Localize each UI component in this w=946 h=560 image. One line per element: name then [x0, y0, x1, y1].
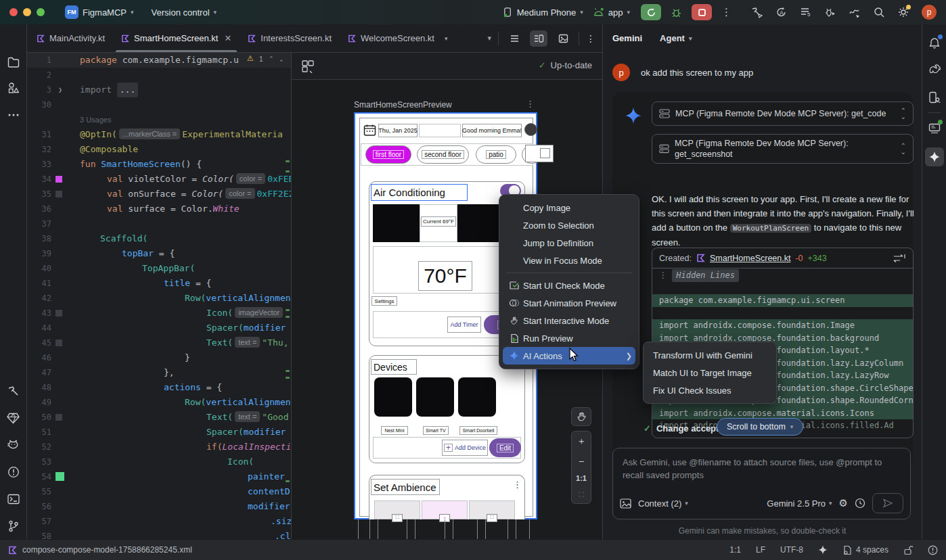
scroll-to-bottom-button[interactable]: Scroll to bottom▾ [717, 418, 803, 436]
preview-options-menu[interactable]: ⋮ [526, 99, 535, 109]
profile-avatar[interactable]: p [922, 5, 937, 20]
app-quality-gem-icon[interactable] [4, 409, 23, 427]
close-icon[interactable]: ✕ [224, 33, 231, 43]
tool-call-get-code[interactable]: MCP (Figma Remote Dev Mode MCP Server): … [652, 101, 914, 126]
file-encoding[interactable]: UTF-8 [780, 545, 803, 555]
menu-item-view-in-focus-mode[interactable]: View in Focus Mode [499, 252, 639, 269]
profiler-icon[interactable] [849, 6, 861, 18]
submenu-item-transform-ui-with-gemini[interactable]: Transform UI with Gemini [644, 346, 776, 364]
problems-icon[interactable] [4, 463, 23, 482]
sync-translate-icon[interactable]: A [775, 6, 788, 18]
color-swatch[interactable] [55, 340, 62, 346]
folded-imports-chip[interactable]: ... [117, 83, 138, 97]
code-line[interactable]: 49Row(verticalAlignmen [27, 395, 291, 410]
notifications-bell-icon[interactable] [925, 34, 944, 53]
menu-item-start-animation-preview[interactable]: Start Animation Preview [499, 294, 639, 312]
rerun-button[interactable] [641, 4, 661, 20]
project-folder-icon[interactable] [4, 53, 23, 72]
preview-layout-grid-icon[interactable] [301, 60, 315, 73]
debug-button[interactable] [671, 7, 682, 18]
unlock-icon[interactable] [903, 545, 913, 555]
device-manager-icon[interactable] [925, 88, 944, 107]
build-hammer-run-icon[interactable] [751, 6, 763, 18]
caret-position[interactable]: 1:1 [729, 545, 741, 555]
editor-options-menu[interactable]: ⋮ [586, 33, 595, 44]
code-line[interactable]: 39topBar = { [27, 246, 291, 261]
statusbar-filename[interactable]: compose-compose-model-1758866285245.xml [22, 545, 192, 555]
code-line[interactable]: 3❯import ... [27, 83, 291, 97]
code-line[interactable]: 37 [27, 216, 291, 231]
ambience-options-icon[interactable]: ⋮ [513, 480, 522, 490]
color-swatch[interactable] [55, 414, 62, 421]
fold-chevron-icon[interactable]: ❯ [58, 83, 62, 97]
chat-input-box[interactable]: Ask Gemini, use @filename to attach sour… [612, 448, 911, 519]
code-line[interactable]: 33fun SmartHomeScreen() { [27, 157, 291, 172]
gradle-elephant-icon[interactable] [925, 60, 944, 78]
zoom-level-label[interactable]: 1:1 [576, 474, 587, 482]
run-config-selector[interactable]: app ▾ [593, 7, 630, 18]
code-line[interactable]: 54painter [27, 469, 291, 484]
preview-composable-title[interactable]: SmartHomeScreenPreview [354, 100, 452, 110]
room-chip-first-floor[interactable]: first floor [365, 145, 411, 164]
layout-inspector-icon[interactable] [925, 119, 944, 138]
menu-item-start-ui-check-mode[interactable]: Start UI Check Mode [499, 277, 639, 294]
expand-chevron-icon[interactable]: ⌃⌄ [901, 143, 906, 155]
color-swatch[interactable] [55, 472, 64, 481]
gemini-sparkle-icon[interactable] [925, 147, 944, 166]
minimize-window-button[interactable] [23, 8, 31, 16]
send-button[interactable] [872, 493, 903, 513]
code-view-button[interactable] [505, 30, 523, 47]
error-highlight-icon[interactable] [928, 545, 938, 555]
ai-sparkle-icon[interactable] [818, 545, 828, 555]
search-everywhere-icon[interactable] [873, 6, 885, 18]
code-line[interactable]: 41title = { [27, 276, 291, 291]
color-swatch[interactable] [55, 191, 62, 197]
code-line[interactable]: 44Spacer(modifier [27, 321, 291, 335]
code-line[interactable]: 53Icon( [27, 454, 291, 469]
code-line[interactable]: 55contentD [27, 484, 291, 499]
device-tile-nest-mini[interactable] [374, 377, 412, 417]
split-view-button[interactable] [530, 30, 547, 47]
git-branch-icon[interactable] [4, 517, 23, 536]
expand-chevron-icon[interactable]: ⌃⌄ [901, 108, 906, 120]
menu-item-jump-to-definition[interactable]: Jump to Definition [499, 234, 639, 252]
preview-view-button[interactable] [554, 30, 572, 47]
code-line[interactable]: 50Text(text ="Good [27, 410, 291, 425]
attach-image-icon[interactable] [620, 498, 631, 509]
inspection-widget[interactable]: ⚠ 1 ⌃ ⌃ [244, 54, 287, 63]
next-issue-chevron-icon[interactable]: ⌃ [279, 55, 284, 62]
code-line[interactable]: 48actions = { [27, 380, 291, 395]
selection-resize-handle[interactable] [525, 145, 554, 162]
tab-list-chevron-icon[interactable]: ▾ [487, 34, 491, 43]
prev-issue-chevron-icon[interactable]: ⌃ [269, 55, 274, 62]
code-editor[interactable]: 1package com.example.figmamcp.u23❯import… [27, 53, 291, 539]
code-line[interactable]: 57.siz [27, 514, 291, 529]
code-line[interactable]: 32@Composable [27, 142, 291, 157]
model-selector[interactable]: Gemini 2.5 Pro▾ [767, 498, 832, 509]
build-hammer-icon[interactable] [4, 381, 23, 400]
code-line[interactable]: 46} [27, 350, 291, 365]
menu-item-zoom-to-selection[interactable]: Zoom to Selection [499, 216, 639, 234]
code-line[interactable]: 42Row(verticalAlignmen [27, 291, 291, 306]
code-line[interactable]: 47}, [27, 365, 291, 380]
code-line[interactable]: 51Spacer(modifier [27, 425, 291, 440]
terminal-icon[interactable] [4, 490, 23, 509]
color-swatch[interactable] [55, 176, 62, 183]
code-line[interactable]: 3 Usages [27, 112, 291, 127]
resource-manager-icon[interactable] [4, 78, 23, 97]
code-line[interactable]: 58.cli [27, 529, 291, 539]
context-selector[interactable]: Context (2)▾ [638, 498, 688, 509]
hidden-lines-row[interactable]: ⋮ Hidden Lines [652, 269, 913, 282]
room-chip-second-floor[interactable]: second floor [417, 145, 469, 164]
code-line[interactable]: 45Text(text ="Thu, [27, 335, 291, 350]
menu-item-copy-image[interactable]: Copy Image [499, 199, 639, 216]
zoom-to-fit-button[interactable]: ⛶ [579, 490, 584, 499]
tab-welcomescreen-kt[interactable]: WelcomeScreen.kt▾ [340, 24, 455, 52]
code-line[interactable]: 2 [27, 68, 291, 83]
menu-item-start-interactive-mode[interactable]: Start Interactive Mode [499, 312, 639, 329]
more-actions-menu[interactable]: ⋮ [721, 6, 732, 18]
indent-setting[interactable]: 4 spaces [842, 545, 888, 555]
maximize-window-button[interactable] [37, 8, 45, 16]
code-line[interactable]: 52if(LocalInspecti [27, 440, 291, 454]
tab-mainactivity-kt[interactable]: MainActivity.kt [28, 24, 113, 52]
